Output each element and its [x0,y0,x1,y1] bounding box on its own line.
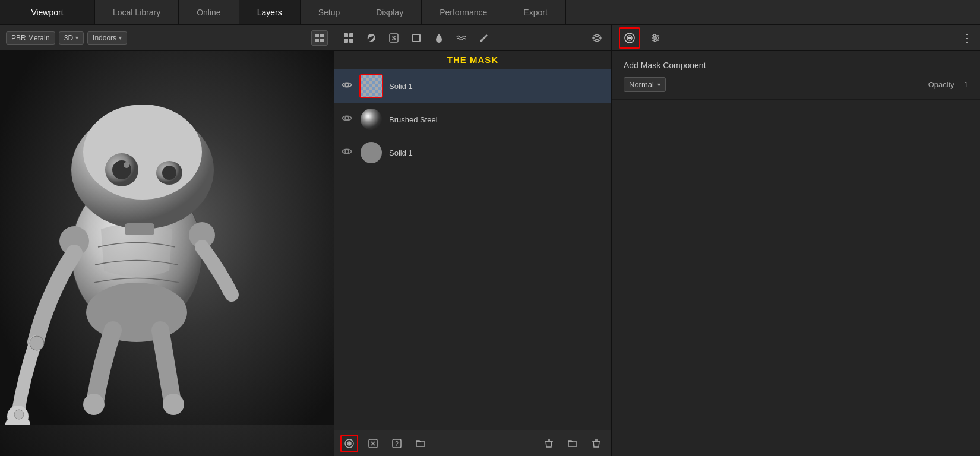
layer-name: Brushed Steel [389,115,604,124]
chevron-down-icon: ▾ [75,34,78,41]
right-toolbar: ⋮ [612,25,980,51]
svg-rect-2 [315,39,319,42]
tab-layers[interactable]: Layers [239,0,301,24]
add-mask-btn[interactable] [340,435,358,452]
svg-point-20 [30,336,44,350]
svg-point-21 [14,410,24,419]
layer-thumbnail-checker [359,74,383,98]
layers-footer: ? [334,430,611,456]
svg-point-7 [83,104,202,200]
layer-thumbnail-solid [359,141,383,164]
chevron-down-icon: ▾ [119,34,122,41]
svg-point-29 [480,39,483,42]
eye-icon[interactable] [342,80,353,93]
substance-icon[interactable]: S [385,30,402,46]
svg-rect-28 [413,34,420,42]
layer-thumbnail-brushed [359,107,383,131]
tab-setup[interactable]: Setup [301,0,359,24]
svg-point-19 [163,394,184,415]
eye-icon[interactable] [342,113,353,126]
layer-item[interactable]: Solid 1 [334,69,611,103]
tab-online[interactable]: Online [179,0,239,24]
add-filter-btn[interactable]: ? [388,435,406,452]
svg-rect-24 [344,39,348,43]
svg-point-18 [83,394,105,415]
svg-point-30 [345,83,349,87]
drop-icon[interactable] [431,30,447,46]
add-mask-section: Add Mask Component Normal ▾ Opacity 1 [612,51,980,100]
svg-point-51 [653,34,656,37]
mask-component-btn[interactable] [619,27,640,49]
view-mode-btn[interactable]: 3D ▾ [59,31,84,45]
layer-item[interactable]: Solid 1 [334,136,611,169]
robot-svg [0,51,334,425]
layers-panel: S [334,25,612,456]
tab-export[interactable]: Export [505,0,565,24]
tab-local-library[interactable]: Local Library [95,0,179,24]
svg-point-47 [629,37,631,39]
blend-mode-dropdown[interactable]: Normal ▾ [624,77,666,92]
add-mask-title: Add Mask Component [624,61,968,70]
viewport-toolbar: PBR MetaIn 3D ▾ Indoors ▾ [0,25,334,51]
svg-point-32 [345,150,349,153]
waves-icon[interactable] [453,30,470,46]
svg-point-52 [656,37,659,39]
svg-rect-1 [320,34,324,37]
layer-name: Solid 1 [389,82,604,91]
folder-btn[interactable] [564,435,581,452]
right-panel: ⋮ Add Mask Component Normal ▾ Opacity 1 [612,25,980,456]
viewport-panel: PBR MetaIn 3D ▾ Indoors ▾ [0,25,334,456]
svg-point-17 [86,283,187,342]
svg-rect-3 [320,39,324,42]
material-label[interactable]: PBR MetaIn [6,31,55,45]
svg-text:S: S [392,35,396,42]
filter-adjust-btn[interactable] [645,27,666,49]
environment-dropdown[interactable]: Indoors ▾ [87,31,127,45]
eye-icon[interactable] [342,146,353,159]
grid-view-btn[interactable] [311,30,328,46]
svg-point-10 [124,162,129,168]
opacity-value: 1 [964,80,968,89]
layer-item[interactable]: Brushed Steel [334,103,611,136]
grid-layers-icon[interactable] [340,30,357,46]
layer-name: Solid 1 [389,148,604,157]
svg-point-12 [162,166,176,180]
svg-point-35 [349,442,350,444]
brush-icon[interactable] [476,30,492,46]
svg-point-31 [345,116,349,120]
square-icon[interactable] [408,30,425,46]
svg-text:?: ? [395,441,399,447]
tab-display[interactable]: Display [358,0,422,24]
svg-rect-22 [344,33,348,37]
chevron-down-icon: ▾ [657,81,660,88]
svg-rect-25 [349,39,353,43]
delete-right-btn[interactable] [587,435,605,452]
leaf-icon[interactable] [363,30,380,46]
grid-icon [315,33,324,43]
mask-label: THE MASK [334,51,611,67]
main-area: PBR MetaIn 3D ▾ Indoors ▾ [0,25,980,456]
stack-icon[interactable] [589,30,605,46]
tab-viewport[interactable]: Viewport [0,0,95,24]
opacity-label: Opacity [928,80,954,89]
svg-point-53 [654,39,656,42]
delete-layer-btn[interactable] [540,435,558,452]
layers-list: Solid 1 Brushed Steel [334,67,611,430]
tab-performance[interactable]: Performance [422,0,505,24]
add-folder-btn[interactable] [412,435,429,452]
svg-rect-23 [349,33,353,37]
add-mask-row: Normal ▾ Opacity 1 [624,77,968,92]
add-fill-btn[interactable] [364,435,382,452]
svg-rect-0 [315,34,319,37]
top-tab-bar: Viewport Local Library Online Layers Set… [0,0,980,25]
more-options-btn[interactable]: ⋮ [961,31,973,45]
viewport-canvas [0,51,334,456]
layers-toolbar: S [334,25,611,51]
svg-rect-13 [125,223,154,235]
